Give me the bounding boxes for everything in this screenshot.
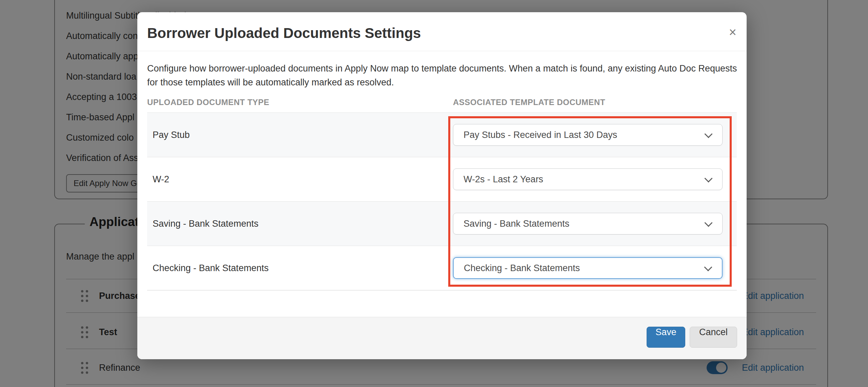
chevron-down-icon [704,219,712,227]
mapping-row-pay-stub: Pay Stub Pay Stubs - Received in Last 30… [147,113,737,157]
select-value: Pay Stubs - Received in Last 30 Days [463,130,617,140]
template-select-w2[interactable]: W-2s - Last 2 Years [453,168,723,190]
mapping-row-saving: Saving - Bank Statements Saving - Bank S… [147,202,737,246]
doc-type-label: W-2 [153,174,169,185]
mapping-row-w2: W-2 W-2s - Last 2 Years [147,157,737,202]
select-value: Checking - Bank Statements [464,263,580,273]
select-value: W-2s - Last 2 Years [463,174,543,184]
column-header-template: ASSOCIATED TEMPLATE DOCUMENT [453,98,605,107]
cancel-button[interactable]: Cancel [690,327,737,348]
close-icon[interactable]: × [729,26,736,39]
select-value: Saving - Bank Statements [463,219,569,229]
header-divider [137,51,747,51]
template-select-checking[interactable]: Checking - Bank Statements [453,257,723,279]
doc-type-label: Checking - Bank Statements [153,263,269,273]
doc-type-label: Pay Stub [153,130,190,140]
modal-footer: Save Cancel [137,317,747,359]
modal-title: Borrower Uploaded Documents Settings [147,25,421,41]
column-header-uploaded-type: UPLOADED DOCUMENT TYPE [147,98,269,107]
page: Multilingual Subtitles disabled Automati… [0,0,868,387]
save-button[interactable]: Save [647,327,685,348]
borrower-documents-modal: Borrower Uploaded Documents Settings × C… [137,12,747,359]
mapping-row-checking: Checking - Bank Statements Checking - Ba… [147,246,737,290]
chevron-down-icon [704,174,712,182]
chevron-down-icon [704,130,712,138]
modal-description: Configure how borrower-uploaded document… [147,62,740,89]
chevron-down-icon [704,263,712,271]
template-select-pay-stub[interactable]: Pay Stubs - Received in Last 30 Days [453,124,723,146]
template-select-saving[interactable]: Saving - Bank Statements [453,213,723,235]
doc-type-label: Saving - Bank Statements [153,219,258,229]
